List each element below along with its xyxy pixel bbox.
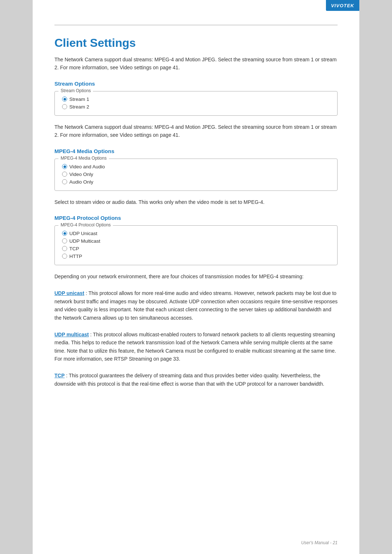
protocol-intro: Depending on your network environment, t…	[54, 272, 338, 280]
http-radio[interactable]	[62, 254, 67, 259]
stream-options-legend: Stream Options	[58, 88, 93, 93]
stream2-radio[interactable]	[62, 104, 67, 109]
udp-unicast-term: UDP unicast	[54, 290, 84, 296]
audio-only-label: Audio Only	[69, 179, 93, 185]
stream-options-description: The Network Camera support dual streams:…	[54, 123, 338, 139]
audio-only-radio[interactable]	[62, 179, 67, 184]
stream1-label: Stream 1	[69, 97, 89, 102]
tcp-option[interactable]: TCP	[62, 246, 330, 251]
brand-name: VIVOTEK	[331, 3, 354, 8]
brand-header: VIVOTEK	[326, 0, 359, 11]
audio-only-option[interactable]: Audio Only	[62, 179, 330, 185]
http-option[interactable]: HTTP	[62, 254, 330, 259]
page-footer: User's Manual - 21	[301, 540, 338, 545]
page-title: Client Settings	[54, 36, 338, 50]
mpeg4-protocol-box: MPEG-4 Protocol Options UDP Unicast UDP …	[54, 225, 338, 265]
tcp-term: TCP	[54, 373, 65, 378]
mpeg4-media-legend: MPEG-4 Media Options	[58, 156, 109, 161]
page: VIVOTEK Client Settings The Network Came…	[33, 0, 359, 554]
stream1-option[interactable]: Stream 1	[62, 97, 330, 102]
top-divider	[54, 25, 338, 25]
video-only-radio[interactable]	[62, 172, 67, 177]
udp-multicast-option[interactable]: UDP Multicast	[62, 238, 330, 244]
stream-options-title: Stream Options	[54, 81, 338, 87]
stream-options-box: Stream Options Stream 1 Stream 2	[54, 91, 338, 116]
udp-multicast-term: UDP multicast	[54, 332, 89, 337]
stream2-label: Stream 2	[69, 104, 89, 110]
udp-unicast-radio[interactable]	[62, 231, 67, 236]
mpeg4-media-title: MPEG-4 Media Options	[54, 148, 338, 154]
udp-unicast-label: UDP Unicast	[69, 231, 97, 236]
video-audio-radio[interactable]	[62, 164, 67, 169]
tcp-description: TCP : This protocol guarantees the deliv…	[54, 372, 338, 388]
udp-multicast-text: : This protocol allows multicast-enabled…	[54, 332, 336, 362]
udp-multicast-radio[interactable]	[62, 238, 67, 243]
http-label: HTTP	[69, 254, 82, 259]
video-only-label: Video Only	[69, 172, 93, 177]
mpeg4-media-box: MPEG-4 Media Options Video and Audio Vid…	[54, 159, 338, 191]
stream1-radio[interactable]	[62, 97, 67, 102]
intro-paragraph: The Network Camera support dual streams:…	[54, 56, 338, 72]
udp-multicast-label: UDP Multicast	[69, 238, 100, 244]
video-only-option[interactable]: Video Only	[62, 172, 330, 177]
mpeg4-protocol-title: MPEG-4 Protocol Options	[54, 215, 338, 221]
mpeg4-protocol-legend: MPEG-4 Protocol Options	[58, 222, 113, 227]
stream2-option[interactable]: Stream 2	[62, 104, 330, 110]
udp-multicast-description: UDP multicast : This protocol allows mul…	[54, 331, 338, 363]
udp-unicast-text: : This protocol allows for more real-tim…	[54, 290, 338, 320]
udp-unicast-option[interactable]: UDP Unicast	[62, 231, 330, 236]
tcp-label: TCP	[69, 246, 79, 251]
video-audio-label: Video and Audio	[69, 164, 105, 169]
tcp-text: : This protocol guarantees the delivery …	[54, 373, 324, 386]
video-audio-option[interactable]: Video and Audio	[62, 164, 330, 169]
udp-unicast-description: UDP unicast : This protocol allows for m…	[54, 289, 338, 322]
tcp-radio[interactable]	[62, 246, 67, 251]
mpeg4-media-description: Select to stream video or audio data. Th…	[54, 198, 338, 206]
